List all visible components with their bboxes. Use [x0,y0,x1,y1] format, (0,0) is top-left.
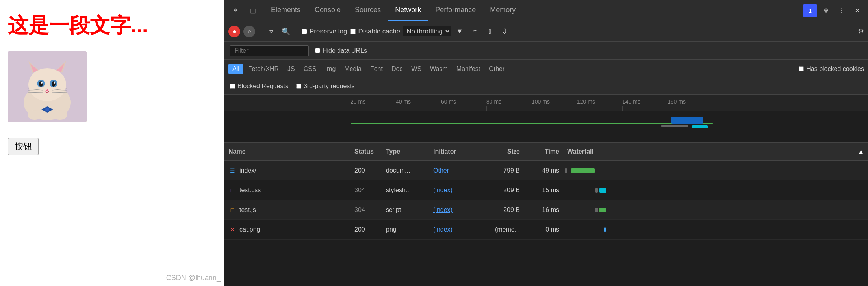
td-type-4: png [382,226,429,233]
preserve-log-checkbox[interactable] [302,29,307,34]
watermark: CSDN @lhuann_ [166,274,221,282]
wf-green-3 [599,208,606,212]
close-icon[interactable]: ✕ [851,4,864,17]
tab-left-icons: ⌖ ◻ [224,4,264,18]
tick-line-2 [396,106,396,111]
third-party-check[interactable]: 3rd-party requests [296,83,355,90]
tab-network[interactable]: Network [388,0,428,21]
network-table: Name Status Type Initiator Size Time Wat… [224,143,868,286]
type-doc[interactable]: Doc [388,64,406,74]
tab-elements[interactable]: Elements [264,0,308,21]
wf-teal-2 [599,188,606,193]
tick-line-4 [486,106,487,111]
type-font[interactable]: Font [366,64,387,74]
main-text: 这是一段文字... [0,0,224,43]
type-all[interactable]: All [228,64,243,74]
tick-80ms: 80 ms [486,98,501,105]
svg-point-2 [28,68,66,101]
tick-120ms: 120 ms [577,98,595,105]
png-icon: ✕ [228,226,236,234]
wifi-icon[interactable]: ≈ [469,26,480,37]
th-type[interactable]: Type [382,148,429,155]
type-js[interactable]: JS [284,64,299,74]
timeline-ruler: 20 ms 40 ms 60 ms 80 ms 100 ms 120 ms 14… [351,95,868,111]
has-blocked-checkbox[interactable] [799,66,804,71]
tick-line-5 [532,106,532,111]
preserve-log-label[interactable]: Preserve log [302,28,347,35]
download-icon[interactable]: ⇩ [499,26,510,37]
more-icon[interactable]: ⋮ [835,4,848,17]
tl-cyan-block [692,125,708,128]
notification-badge[interactable]: 1 [803,4,817,17]
svg-point-10 [52,81,56,87]
td-name-1: ☰ index/ [224,167,351,175]
td-time-3: 16 ms [524,206,563,214]
svg-point-12 [54,82,55,84]
td-type-1: docum... [382,167,429,174]
type-wasm[interactable]: Wasm [426,64,452,74]
table-row[interactable]: ☰ index/ 200 docum... Other 799 B 49 ms [224,161,868,180]
blocked-requests-checkbox[interactable] [230,84,235,89]
td-time-4: 0 ms [524,226,563,233]
type-fetch-xhr[interactable]: Fetch/XHR [244,64,283,74]
td-waterfall-2 [563,180,868,200]
hide-data-urls-checkbox[interactable] [315,48,320,53]
filter-icon[interactable]: ▿ [265,26,277,37]
td-waterfall-3 [563,200,868,220]
th-size[interactable]: Size [484,148,524,155]
th-initiator[interactable]: Initiator [429,148,484,155]
table-row[interactable]: ✕ cat.png 200 png (index) (memo... 0 ms [224,220,868,240]
stop-button[interactable]: ○ [243,26,255,37]
search-icon[interactable]: 🔍 [280,26,292,37]
type-img[interactable]: Img [321,64,340,74]
td-status-1: 200 [351,167,382,174]
th-time[interactable]: Time [524,148,563,155]
blocked-requests-check[interactable]: Blocked Requests [230,83,288,90]
throttle-dropdown-icon[interactable]: ▼ [454,26,466,37]
cat-image [8,51,87,122]
th-status[interactable]: Status [351,148,382,155]
cursor-icon[interactable]: ⌖ [228,4,243,18]
svg-point-23 [28,110,42,120]
th-name[interactable]: Name [224,148,351,155]
type-manifest[interactable]: Manifest [453,64,484,74]
tick-160ms: 160 ms [668,98,686,105]
extras-bar: Blocked Requests 3rd-party requests [224,78,868,95]
th-waterfall[interactable]: Waterfall ▲ [563,148,868,155]
type-other[interactable]: Other [485,64,508,74]
td-type-2: stylesh... [382,187,429,194]
type-css[interactable]: CSS [300,64,321,74]
type-ws[interactable]: WS [407,64,425,74]
tab-performance[interactable]: Performance [428,0,483,21]
main-button[interactable]: 按钮 [8,138,39,155]
tick-100ms: 100 ms [532,98,550,105]
waterfall-sort-icon[interactable]: ▲ [858,148,864,155]
disable-cache-checkbox[interactable] [350,29,356,34]
device-icon[interactable]: ◻ [246,4,260,18]
td-size-1: 799 B [484,167,524,174]
td-name-3: □ test.js [224,206,351,214]
svg-point-9 [39,81,43,87]
tick-line-8 [668,106,668,111]
settings-icon[interactable]: ⚙ [819,4,833,17]
has-blocked-cookies[interactable]: Has blocked cookies [799,65,864,72]
tab-console[interactable]: Console [308,0,348,21]
filter-input[interactable] [230,45,309,56]
upload-icon[interactable]: ⇧ [484,26,495,37]
td-name-2: □ test.css [224,186,351,194]
disable-cache-label[interactable]: Disable cache [350,28,400,35]
toolbar-settings-icon[interactable]: ⚙ [858,27,864,36]
table-row[interactable]: □ test.css 304 stylesh... (index) 209 B … [224,180,868,200]
throttle-select[interactable]: No throttling [403,26,451,36]
td-status-4: 200 [351,226,382,233]
td-initiator-1: Other [429,167,484,174]
td-size-4: (memo... [484,226,524,233]
hide-data-urls-label[interactable]: Hide data URLs [315,47,367,54]
type-media[interactable]: Media [340,64,365,74]
tab-memory[interactable]: Memory [483,0,523,21]
tab-sources[interactable]: Sources [348,0,388,21]
record-button[interactable]: ● [228,26,240,37]
table-row[interactable]: □ test.js 304 script (index) 209 B 16 ms [224,200,868,220]
third-party-checkbox[interactable] [296,84,301,89]
separator-1 [260,26,260,37]
